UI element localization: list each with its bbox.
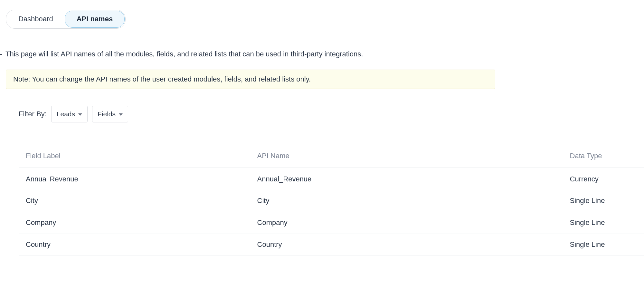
cell-api-name: Country bbox=[250, 234, 563, 256]
column-field-label[interactable]: Field Label bbox=[19, 145, 250, 167]
cell-field-label: City bbox=[19, 190, 250, 212]
caret-down-icon bbox=[119, 113, 123, 116]
cell-api-name: Annual_Revenue bbox=[250, 169, 563, 190]
cell-data-type: Single Line bbox=[563, 190, 644, 212]
table-row[interactable]: CompanyCompanySingle Line bbox=[19, 212, 644, 234]
cell-api-name: City bbox=[250, 190, 563, 212]
table-header-row: Field Label API Name Data Type bbox=[19, 145, 644, 167]
api-names-table-wrap: Field Label API Name Data Type Annual Re… bbox=[19, 145, 644, 256]
cell-field-label: Annual Revenue bbox=[19, 169, 250, 190]
filter-by-label: Filter By: bbox=[19, 109, 47, 119]
column-api-name[interactable]: API Name bbox=[250, 145, 563, 167]
filter-scope-value: Fields bbox=[98, 109, 116, 119]
note-box: Note: You can change the API names of th… bbox=[6, 70, 495, 89]
table-row[interactable]: CityCitySingle Line bbox=[19, 190, 644, 212]
cell-api-name: Company bbox=[250, 212, 563, 234]
cell-field-label: Country bbox=[19, 234, 250, 256]
filter-module-select[interactable]: Leads bbox=[51, 106, 88, 122]
page-description: - This page will list API names of all t… bbox=[0, 49, 644, 59]
cell-field-label: Company bbox=[19, 212, 250, 234]
cell-data-type: Single Line bbox=[563, 234, 644, 256]
tab-dashboard[interactable]: Dashboard bbox=[7, 11, 65, 27]
column-data-type[interactable]: Data Type bbox=[563, 145, 644, 167]
table-row[interactable]: Annual RevenueAnnual_RevenueCurrency bbox=[19, 169, 644, 190]
caret-down-icon bbox=[78, 113, 82, 116]
tab-dashboard-label: Dashboard bbox=[18, 15, 53, 23]
note-text: Note: You can change the API names of th… bbox=[13, 75, 311, 83]
tab-group: Dashboard API names bbox=[6, 10, 126, 29]
filter-row: Filter By: Leads Fields bbox=[19, 106, 644, 122]
description-dash: - bbox=[0, 49, 2, 59]
description-text: This page will list API names of all the… bbox=[5, 50, 363, 58]
filter-module-value: Leads bbox=[57, 109, 75, 119]
cell-data-type: Single Line bbox=[563, 212, 644, 234]
tab-api-names[interactable]: API names bbox=[65, 11, 125, 28]
table-row[interactable]: CountryCountrySingle Line bbox=[19, 234, 644, 256]
filter-scope-select[interactable]: Fields bbox=[92, 106, 128, 122]
tab-api-names-label: API names bbox=[77, 15, 113, 23]
api-names-table: Field Label API Name Data Type Annual Re… bbox=[19, 145, 644, 256]
cell-data-type: Currency bbox=[563, 169, 644, 190]
